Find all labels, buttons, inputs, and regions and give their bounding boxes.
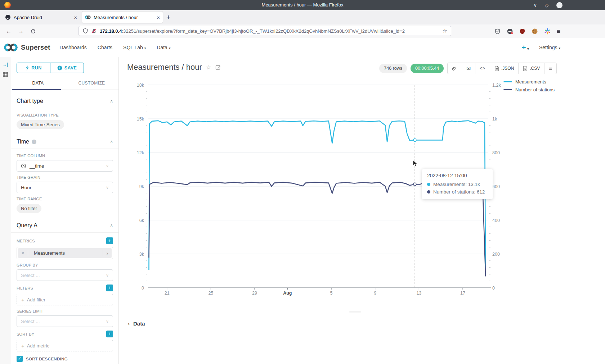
- clock-icon: [21, 163, 26, 169]
- divider: [11, 149, 118, 149]
- add-metric-plus-button[interactable]: +: [106, 237, 113, 244]
- sort-descending-label: SORT DESCENDING: [26, 357, 68, 361]
- chart-area: Measurements / hour ☆ 746 rows 00:00:05.…: [119, 57, 605, 364]
- chevron-down-icon: ∨: [106, 164, 109, 168]
- time-column-select[interactable]: __time ∨: [17, 160, 113, 172]
- sort-by-label: SORT BY: [17, 332, 34, 336]
- embed-code-button[interactable]: <>: [475, 63, 490, 74]
- caret-down-icon: ▾: [559, 46, 560, 50]
- add-filter-plus-button[interactable]: +: [106, 285, 113, 291]
- divider: [119, 318, 605, 318]
- series-dot: [427, 183, 430, 186]
- add-filter-dropzone[interactable]: + Add filter: [17, 294, 113, 305]
- svg-text:1k: 1k: [492, 117, 497, 122]
- ublock-extension-icon[interactable]: [519, 28, 525, 35]
- cookie-extension-icon[interactable]: [532, 28, 538, 35]
- new-item-button[interactable]: +▾: [522, 44, 529, 52]
- export-csv-button[interactable]: .CSV: [518, 63, 544, 74]
- save-button[interactable]: SAVE: [50, 63, 84, 73]
- chevron-up-icon[interactable]: ∧: [110, 223, 113, 228]
- time-grain-label: TIME GRAIN: [17, 175, 113, 179]
- group-by-select[interactable]: Select ... ∨: [17, 269, 113, 281]
- nav-sql-lab[interactable]: SQL Lab▾: [123, 45, 146, 50]
- tab-close-icon[interactable]: ×: [74, 14, 77, 21]
- section-query-a[interactable]: Query A ∧: [17, 222, 113, 229]
- series-limit-select[interactable]: Select ... ∨: [17, 315, 113, 327]
- browser-tab-measurements[interactable]: Measurements / hour ×: [82, 12, 163, 23]
- chevron-up-icon[interactable]: ∧: [110, 99, 113, 104]
- copy-link-button[interactable]: [448, 63, 462, 74]
- pinwheel-extension-icon[interactable]: [544, 28, 551, 35]
- time-range-pill[interactable]: No filter: [17, 204, 41, 213]
- row-count-badge: 746 rows: [379, 64, 407, 73]
- svg-text:25: 25: [208, 291, 213, 296]
- edit-title-icon[interactable]: [215, 64, 221, 70]
- chevron-up-icon[interactable]: ∧: [110, 139, 113, 144]
- url-bar[interactable]: 172.18.0.4:32251/superset/explore/?form_…: [79, 26, 451, 36]
- reload-icon[interactable]: [30, 28, 36, 34]
- data-panel-toggle[interactable]: › Data: [128, 320, 145, 327]
- tab-label: Measurements / hour: [94, 15, 154, 20]
- sort-descending-checkbox[interactable]: ✓: [17, 356, 23, 362]
- svg-text:9k: 9k: [139, 184, 144, 189]
- metrics-container: × Measurements ›: [17, 247, 113, 259]
- window-minimize-button[interactable]: ∨: [533, 3, 537, 8]
- time-grain-select[interactable]: Hour ∨: [17, 182, 113, 193]
- time-column-label: TIME COLUMN: [17, 154, 113, 158]
- filters-label: FILTERS: [17, 286, 33, 290]
- shield-icon[interactable]: [82, 28, 88, 34]
- window-close-button[interactable]: ×: [556, 2, 563, 8]
- window-title: Measurements / hour — Mozilla Firefox: [0, 0, 605, 10]
- new-tab-button[interactable]: +: [166, 13, 170, 22]
- tab-data[interactable]: DATA: [11, 77, 65, 90]
- druid-favicon: [5, 14, 11, 20]
- plus-icon: +: [21, 343, 24, 349]
- superset-logo[interactable]: [4, 43, 18, 52]
- hamburger-menu-icon[interactable]: ≡: [557, 28, 560, 35]
- lightning-icon: [25, 65, 29, 70]
- panel-resize-handle[interactable]: [349, 311, 361, 314]
- add-sort-metric-plus-button[interactable]: +: [106, 331, 113, 337]
- favorite-star-icon[interactable]: ☆: [206, 64, 211, 71]
- add-sort-metric-dropzone[interactable]: + Add metric: [17, 340, 113, 351]
- envelope-icon: ✉: [466, 65, 471, 71]
- open-metric-icon[interactable]: ›: [103, 250, 112, 256]
- shield-check-extension-icon[interactable]: [494, 28, 501, 35]
- datasource-grid-icon[interactable]: [3, 72, 8, 77]
- chevron-down-icon: ∨: [106, 319, 109, 324]
- email-button[interactable]: ✉: [462, 63, 475, 74]
- window-maximize-button[interactable]: ◇: [545, 3, 548, 8]
- bookmark-star-icon[interactable]: ☆: [443, 28, 447, 34]
- nav-charts[interactable]: Charts: [98, 45, 112, 50]
- mask-extension-icon[interactable]: [507, 28, 513, 35]
- nav-data[interactable]: Data▾: [157, 45, 170, 50]
- svg-text:5: 5: [330, 291, 333, 296]
- nav-dashboards[interactable]: Dashboards: [59, 45, 87, 50]
- sort-descending-row: ✓ SORT DESCENDING: [17, 356, 113, 362]
- viz-type-pill[interactable]: Mixed Time-Series: [17, 120, 64, 129]
- forward-icon[interactable]: →: [18, 27, 24, 35]
- svg-text:600: 600: [492, 184, 500, 189]
- timeseries-chart[interactable]: 03k6k9k12k15k18k02004006008001k1.2k21252…: [122, 77, 601, 318]
- export-json-button[interactable]: .JSON: [490, 63, 518, 74]
- metric-chip[interactable]: × Measurements ›: [18, 248, 112, 258]
- control-panel: RUN SAVE DATA CUSTOMIZE Chart type ∧ VIS…: [11, 57, 119, 364]
- series-limit-label: SERIES LIMIT: [17, 309, 113, 313]
- run-button[interactable]: RUN: [17, 63, 50, 73]
- tab-close-icon[interactable]: ×: [157, 14, 160, 21]
- section-time[interactable]: Timei ∧: [17, 138, 113, 145]
- section-chart-type[interactable]: Chart type ∧: [17, 98, 113, 104]
- insecure-lock-icon[interactable]: [91, 28, 97, 34]
- svg-text:0: 0: [142, 286, 144, 291]
- browser-toolbar: ← → 172.18.0.4:32251/superset/explore/?f…: [0, 24, 605, 38]
- chart-menu-button[interactable]: ≡: [544, 63, 556, 74]
- expand-right-icon: ›: [128, 320, 130, 327]
- remove-metric-icon[interactable]: ×: [18, 250, 28, 256]
- collapse-panel-icon[interactable]: →|: [0, 62, 11, 67]
- brand-wordmark[interactable]: Superset: [21, 44, 50, 51]
- tab-customize[interactable]: CUSTOMIZE: [65, 77, 118, 90]
- settings-menu[interactable]: Settings▾: [539, 45, 560, 50]
- back-icon[interactable]: ←: [6, 27, 12, 35]
- chevron-down-icon: ∨: [106, 185, 109, 190]
- browser-tab-apache-druid[interactable]: Apache Druid ×: [2, 12, 80, 23]
